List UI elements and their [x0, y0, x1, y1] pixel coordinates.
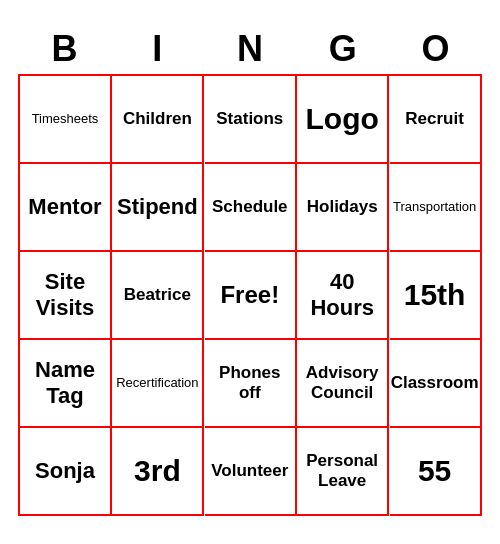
bingo-cell-text-1-4: Transportation [393, 199, 476, 215]
bingo-cell-text-0-1: Children [123, 109, 192, 129]
bingo-cell-text-3-2: Phones off [209, 363, 291, 404]
bingo-cell-text-2-4: 15th [404, 277, 466, 313]
bingo-cell-4-0: Sonja [20, 428, 112, 516]
bingo-cell-text-3-0: Name Tag [24, 357, 106, 410]
bingo-cell-text-0-0: Timesheets [32, 111, 99, 127]
header-letter-B: B [20, 28, 108, 70]
bingo-cell-4-4: 55 [390, 428, 482, 516]
bingo-cell-2-3: 40 Hours [297, 252, 389, 340]
header-letter-O: O [392, 28, 480, 70]
bingo-card: BINGO TimesheetsChildrenStationsLogoRecr… [10, 20, 490, 524]
bingo-cell-text-4-2: Volunteer [211, 461, 288, 481]
bingo-cell-text-4-0: Sonja [35, 458, 95, 484]
bingo-cell-0-0: Timesheets [20, 76, 112, 164]
bingo-cell-text-1-1: Stipend [117, 194, 198, 220]
bingo-cell-text-1-3: Holidays [307, 197, 378, 217]
bingo-cell-1-2: Schedule [205, 164, 297, 252]
bingo-cell-text-4-4: 55 [418, 453, 451, 489]
bingo-cell-1-3: Holidays [297, 164, 389, 252]
bingo-cell-text-1-2: Schedule [212, 197, 288, 217]
bingo-cell-1-1: Stipend [112, 164, 204, 252]
bingo-cell-0-2: Stations [205, 76, 297, 164]
bingo-cell-4-1: 3rd [112, 428, 204, 516]
bingo-cell-4-2: Volunteer [205, 428, 297, 516]
bingo-cell-3-0: Name Tag [20, 340, 112, 428]
bingo-cell-3-1: Recertification [112, 340, 204, 428]
header-letter-N: N [206, 28, 294, 70]
bingo-cell-text-3-4: Classroom [391, 373, 479, 393]
bingo-cell-2-1: Beatrice [112, 252, 204, 340]
bingo-header: BINGO [18, 28, 482, 70]
bingo-cell-3-3: Advisory Council [297, 340, 389, 428]
bingo-cell-2-2: Free! [205, 252, 297, 340]
bingo-cell-text-0-4: Recruit [405, 109, 464, 129]
bingo-cell-4-3: Personal Leave [297, 428, 389, 516]
bingo-cell-text-2-3: 40 Hours [301, 269, 383, 322]
bingo-cell-0-4: Recruit [390, 76, 482, 164]
bingo-grid: TimesheetsChildrenStationsLogoRecruitMen… [18, 74, 482, 516]
bingo-cell-2-4: 15th [390, 252, 482, 340]
bingo-cell-3-4: Classroom [390, 340, 482, 428]
bingo-cell-1-4: Transportation [390, 164, 482, 252]
bingo-cell-text-1-0: Mentor [28, 194, 101, 220]
bingo-cell-text-2-1: Beatrice [124, 285, 191, 305]
header-letter-G: G [299, 28, 387, 70]
bingo-cell-text-0-3: Logo [306, 101, 379, 137]
bingo-cell-text-4-3: Personal Leave [301, 451, 383, 492]
bingo-cell-2-0: Site Visits [20, 252, 112, 340]
bingo-cell-text-4-1: 3rd [134, 453, 181, 489]
bingo-cell-0-1: Children [112, 76, 204, 164]
bingo-cell-text-2-0: Site Visits [24, 269, 106, 322]
bingo-cell-text-3-3: Advisory Council [301, 363, 383, 404]
bingo-cell-text-3-1: Recertification [116, 375, 198, 391]
bingo-cell-text-0-2: Stations [216, 109, 283, 129]
bingo-cell-text-2-2: Free! [220, 281, 279, 310]
header-letter-I: I [113, 28, 201, 70]
bingo-cell-1-0: Mentor [20, 164, 112, 252]
bingo-cell-3-2: Phones off [205, 340, 297, 428]
bingo-cell-0-3: Logo [297, 76, 389, 164]
